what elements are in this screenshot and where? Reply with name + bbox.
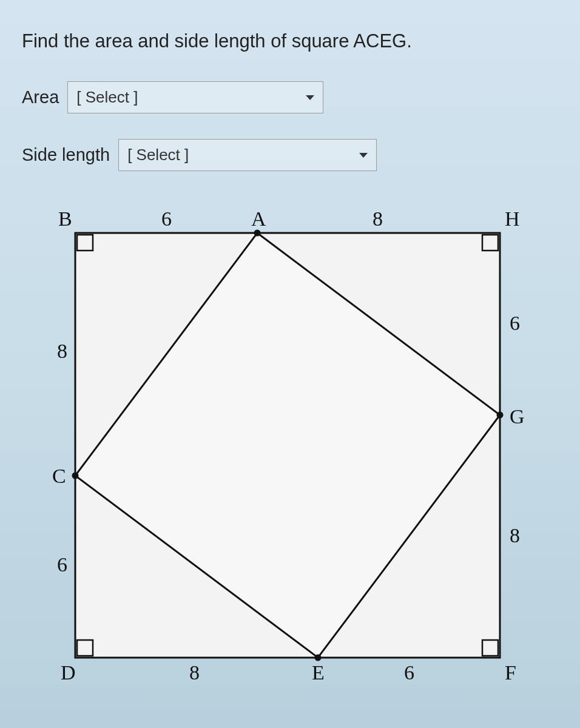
svg-point-5 [72, 473, 79, 479]
chevron-down-icon [359, 153, 368, 158]
segment-label-CD: 6 [57, 553, 67, 576]
vertex-label-F: F [505, 661, 516, 684]
vertex-label-A: A [251, 207, 266, 231]
svg-point-4 [315, 655, 322, 661]
area-select-placeholder: [ Select ] [76, 88, 138, 107]
vertex-label-B: B [58, 207, 72, 231]
geometry-diagram: B A H C G D E F 6 8 8 6 6 8 8 6 [33, 197, 555, 694]
area-row: Area [ Select ] [22, 81, 562, 113]
segment-label-BA: 6 [161, 207, 172, 231]
area-select[interactable]: [ Select ] [67, 81, 323, 113]
vertex-label-D: D [61, 661, 76, 684]
vertex-label-E: E [312, 661, 325, 684]
segment-label-EF: 6 [404, 661, 414, 684]
svg-point-2 [254, 230, 261, 237]
question-prompt: Find the area and side length of square … [22, 30, 562, 52]
segment-label-DE: 8 [189, 661, 200, 684]
side-length-select-placeholder: [ Select ] [127, 146, 189, 164]
chevron-down-icon [306, 95, 314, 100]
side-length-select[interactable]: [ Select ] [118, 139, 377, 171]
segment-label-BC: 8 [57, 340, 67, 363]
area-label: Area [22, 87, 59, 107]
svg-point-3 [497, 412, 504, 419]
vertex-label-H: H [505, 207, 520, 231]
segment-label-AH: 8 [373, 207, 383, 231]
vertex-label-G: G [510, 405, 525, 428]
vertex-label-C: C [52, 465, 66, 488]
segment-label-HG: 6 [510, 312, 520, 335]
side-length-label: Side length [22, 145, 110, 165]
diagram-svg [33, 197, 555, 694]
segment-label-GF: 8 [510, 524, 520, 547]
side-length-row: Side length [ Select ] [22, 139, 562, 171]
